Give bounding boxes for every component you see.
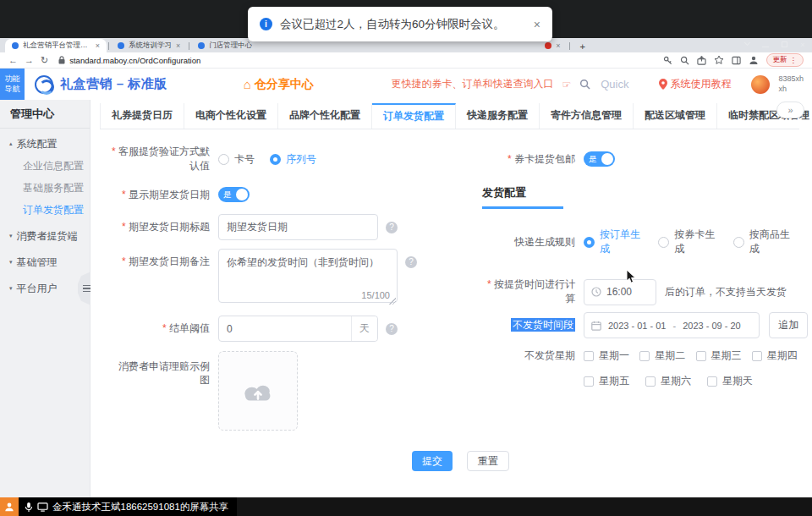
reload-icon[interactable]: ↻ [41, 52, 48, 69]
minimize-button[interactable] [756, 38, 775, 52]
tab-coupon-calendar[interactable]: 礼券提货日历 [100, 103, 184, 129]
tab-sender-info[interactable]: 寄件方信息管理 [540, 103, 634, 129]
tab-brand-custom[interactable]: 品牌个性化配置 [278, 103, 372, 129]
resize-handle-icon[interactable] [389, 298, 396, 305]
claim-example-row: 消费者申请理赔示例图 [110, 351, 398, 431]
shipping-config-section: 发货配置 [482, 185, 808, 209]
radio-by-product-label[interactable]: 按商品生成 [749, 228, 793, 256]
user-name: 8385xh xh [778, 74, 804, 94]
sidebar-item-basic-service[interactable]: 基础服务配置 [0, 177, 90, 199]
browser-tab[interactable]: 门店管理中心 [191, 39, 259, 52]
zoom-icon[interactable] [680, 56, 689, 65]
function-nav-button[interactable]: 功能 导航 [0, 69, 25, 100]
append-button[interactable]: 追加 [769, 312, 808, 338]
date-range-input[interactable]: 2023 - 01 - 01 - 2023 - 09 - 20 [584, 312, 760, 338]
update-button[interactable]: 更新 ⋮ [766, 53, 804, 67]
sidebar-item-consumer-pickup[interactable]: ▾ 消费者提货端 [0, 225, 90, 247]
browser-tab[interactable]: 系统培训学习 × [111, 39, 187, 52]
tab-order-shipping[interactable]: 订单发货配置 [372, 103, 456, 129]
expect-date-title-input[interactable] [218, 214, 378, 240]
tab-search-icon[interactable] [738, 38, 756, 52]
app-title: 礼盒营销 – 标准版 [60, 76, 167, 92]
key-icon[interactable] [663, 56, 672, 65]
tab-close-icon[interactable]: × [96, 41, 100, 50]
close-button[interactable]: × [793, 38, 812, 52]
quick-entry-text[interactable]: 更快捷的券卡、订单和快递查询入口 [391, 77, 553, 91]
form-left-column: 客服提货验证方式默认值 卡号 序列号 显示期望发货日期 是 [110, 145, 398, 431]
close-threshold-row: 结单阈值 天 ? [110, 316, 398, 342]
weekday-item[interactable]: 星期五 [584, 374, 645, 388]
weekday-item[interactable]: 星期一 [584, 349, 639, 363]
search-icon[interactable] [579, 79, 590, 90]
weekday-item[interactable]: 星期二 [639, 349, 695, 363]
side-panel-icon[interactable] [732, 56, 741, 65]
sidebar-item-platform-user[interactable]: ▾ 平台用户 [0, 277, 90, 299]
forward-icon[interactable]: → [25, 52, 34, 69]
tab-separator [569, 42, 570, 50]
share-icon[interactable] [697, 56, 706, 65]
date-separator: - [673, 321, 677, 331]
maximize-button[interactable] [775, 38, 793, 52]
tab-close-icon[interactable]: × [556, 41, 560, 50]
tab-close-icon[interactable]: × [176, 41, 180, 50]
clock-icon [591, 287, 601, 297]
weekday-item[interactable]: 星期六 [645, 374, 707, 388]
tutorial-link[interactable]: 系统使用教程 [659, 77, 731, 91]
radio-by-order[interactable] [584, 237, 595, 248]
radio-serial-number[interactable] [270, 154, 281, 165]
browser-tab-active[interactable]: 礼盒营销平台管理中心 × [5, 39, 107, 52]
sidebar-item-basic-management[interactable]: ▾ 基础管理 [0, 251, 90, 273]
reset-button[interactable]: 重置 [467, 451, 509, 471]
radio-by-coupon[interactable] [658, 237, 669, 248]
participant-icon[interactable] [0, 497, 19, 516]
tab-ecommerce-custom[interactable]: 电商个性化设置 [184, 103, 278, 129]
config-tabs: 礼券提货日历 电商个性化设置 品牌个性化配置 订单发货配置 快递服务配置 寄件方… [100, 103, 799, 129]
weekday-item[interactable]: 星期四 [752, 349, 808, 363]
location-pin-icon [659, 79, 667, 90]
sidebar-item-enterprise-info[interactable]: 企业信息配置 [0, 155, 90, 177]
weekday-item[interactable]: 星期天 [707, 374, 769, 388]
microphone-icon[interactable] [25, 502, 33, 513]
url-box[interactable]: standard.maboy.cn/OrdConfiguration [58, 56, 200, 65]
submit-button[interactable]: 提交 [412, 451, 453, 471]
share-center-link[interactable]: ⌂ 仓分享中心 [244, 77, 314, 92]
content-card: 礼券提货日历 电商个性化设置 品牌个性化配置 订单发货配置 快递服务配置 寄件方… [100, 103, 799, 495]
free-shipping-toggle[interactable]: 是 [584, 151, 615, 167]
tab-delivery-area[interactable]: 配送区域管理 [634, 103, 717, 129]
user-avatar[interactable] [751, 75, 770, 94]
chevron-down-icon: ▾ [9, 259, 13, 266]
new-tab-button[interactable]: + [580, 41, 585, 52]
section-underline [482, 206, 563, 209]
screen-icon[interactable] [37, 502, 48, 512]
main-content: 礼券提货日历 电商个性化设置 品牌个性化配置 订单发货配置 快递服务配置 寄件方… [91, 100, 812, 497]
radio-card-number[interactable] [218, 154, 229, 165]
bookmark-star-icon[interactable] [714, 55, 724, 65]
checkbox [584, 351, 594, 361]
tab-express-service[interactable]: 快递服务配置 [456, 103, 540, 129]
toast-close-icon[interactable]: × [534, 18, 540, 31]
help-icon[interactable]: ? [386, 222, 398, 233]
show-expect-date-toggle[interactable]: 是 [218, 187, 250, 202]
pickup-time-input[interactable]: 16:00 [584, 279, 656, 305]
toggle-knob [601, 153, 613, 165]
sidebar-item-order-shipping[interactable]: 订单发货配置 [0, 199, 90, 221]
quick-search-label[interactable]: Quick [601, 78, 628, 91]
back-icon[interactable]: ← [8, 52, 18, 69]
show-expect-date-label: 显示期望发货日期 [110, 188, 218, 202]
window-controls: × [738, 38, 812, 52]
tabs-overflow-button[interactable]: » [776, 102, 804, 118]
radio-serial-number-label[interactable]: 序列号 [286, 152, 316, 167]
radio-by-product[interactable] [733, 237, 744, 248]
weekday-item[interactable]: 星期三 [696, 349, 752, 363]
radio-by-coupon-label[interactable]: 按券卡生成 [674, 228, 717, 256]
help-icon[interactable]: ? [405, 256, 417, 268]
image-upload-box[interactable] [218, 351, 298, 431]
sidebar-item-system-config[interactable]: ▴ 系统配置 [0, 133, 90, 155]
radio-by-order-label[interactable]: 按订单生成 [600, 228, 643, 256]
screen: i 会议已超过2人，自动转为60分钟限时会议。 × 礼盒营销平台管理中心 × 系… [0, 0, 812, 516]
radio-card-number-label[interactable]: 卡号 [234, 152, 255, 167]
checkbox [584, 376, 594, 387]
expect-date-note-label: 期望发货日期备注 [110, 249, 218, 275]
profile-icon[interactable] [749, 55, 759, 65]
help-icon[interactable]: ? [386, 323, 398, 335]
